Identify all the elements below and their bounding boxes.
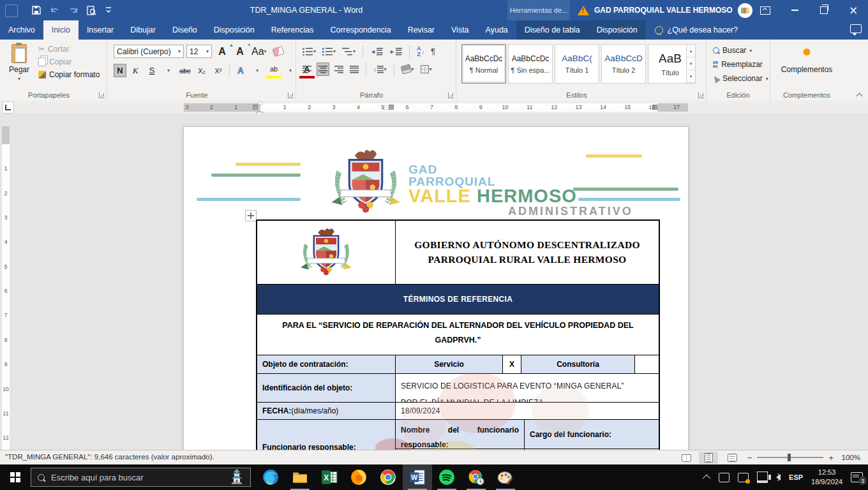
dialog-launcher-icon[interactable] xyxy=(698,93,704,98)
change-case-button[interactable]: Aa▾ xyxy=(250,45,268,58)
tell-me-box[interactable]: ¿Qué desea hacer? xyxy=(646,20,747,40)
text-effects-chevron[interactable]: ▾ xyxy=(250,64,265,77)
addins-button[interactable]: Complementos xyxy=(770,65,843,74)
redo-icon[interactable] xyxy=(69,6,78,15)
taskbar-app-chrome[interactable] xyxy=(373,464,403,490)
numbering-button[interactable]: ▾ xyxy=(321,45,337,58)
tab-diseno[interactable]: Diseño xyxy=(164,20,206,40)
tab-insertar[interactable]: Insertar xyxy=(79,20,122,40)
taskbar-app-chrome-profile[interactable] xyxy=(461,464,491,490)
tab-dibujar[interactable]: Dibujar xyxy=(122,20,164,40)
clear-format-button[interactable] xyxy=(271,45,286,58)
taskbar-app-firefox[interactable] xyxy=(344,464,373,490)
taskbar-app-word[interactable]: W xyxy=(403,464,432,490)
bullets-button[interactable]: ▾ xyxy=(301,45,317,58)
volume-icon[interactable] xyxy=(776,474,781,480)
text-effects-button[interactable]: A xyxy=(233,64,248,77)
first-line-indent-marker[interactable] xyxy=(258,102,264,108)
align-right-button[interactable] xyxy=(333,63,345,76)
tab-selector[interactable] xyxy=(2,101,14,114)
document-alert[interactable]: GAD PARROQUIAL VALLE HERMOSO xyxy=(578,0,752,20)
collapse-ribbon-icon[interactable] xyxy=(857,93,863,97)
tab-inicio[interactable]: Inicio xyxy=(43,20,79,40)
tdr-table[interactable]: GOBIERNO AUTÓNOMO DESCENTRALIZADOPARROQU… xyxy=(256,219,660,450)
start-button[interactable] xyxy=(0,464,31,490)
tab-ayuda[interactable]: Ayuda xyxy=(477,20,516,40)
minimize-button[interactable] xyxy=(780,0,809,20)
show-marks-button[interactable]: ¶ xyxy=(430,45,437,58)
ribbon-display-options-button[interactable] xyxy=(751,0,780,20)
taskbar-app-explorer[interactable] xyxy=(285,464,315,490)
zoom-in-button[interactable]: + xyxy=(828,453,834,463)
superscript-button[interactable]: X² xyxy=(211,64,226,77)
borders-button[interactable]: ▾ xyxy=(419,63,433,76)
taskbar-search[interactable]: Escribe aquí para buscar xyxy=(31,468,251,487)
table-move-handle[interactable] xyxy=(245,210,257,221)
styles-gallery-scroll[interactable]: ▴▾▾ xyxy=(686,44,696,84)
align-left-button[interactable] xyxy=(301,63,313,76)
format-painter-button[interactable]: Copiar formato xyxy=(38,70,100,79)
dialog-launcher-icon[interactable] xyxy=(99,93,105,98)
h-ruler[interactable]: 3211234567891011121314151617 xyxy=(184,103,688,112)
restore-button[interactable] xyxy=(809,0,839,20)
tab-archivo[interactable]: Archivo xyxy=(0,20,43,40)
multilevel-list-button[interactable]: ▾ xyxy=(341,45,357,58)
tab-disposicion[interactable]: Disposición xyxy=(206,20,263,40)
dialog-launcher-icon[interactable] xyxy=(448,93,454,98)
subscript-button[interactable]: X₂ xyxy=(194,64,209,77)
zoom-slider-thumb[interactable] xyxy=(788,454,791,461)
print-preview-icon[interactable] xyxy=(87,6,96,15)
style-sin-espaciado[interactable]: AaBbCcDc¶ Sin espa... xyxy=(508,44,553,84)
v-ruler[interactable]: 123456789101112 xyxy=(2,126,10,450)
dialog-launcher-icon[interactable] xyxy=(288,93,294,98)
tab-correspondencia[interactable]: Correspondencia xyxy=(322,20,399,40)
taskbar-app-spotify[interactable] xyxy=(432,464,461,490)
taskbar-app-edge[interactable] xyxy=(256,464,285,490)
grow-font-button[interactable]: A▲ xyxy=(214,45,230,58)
copy-button[interactable]: Copiar xyxy=(38,57,100,66)
customize-qat-icon[interactable] xyxy=(105,6,112,14)
shrink-font-button[interactable]: A▼ xyxy=(232,45,248,58)
action-center-icon[interactable]: 3 xyxy=(851,472,863,482)
read-mode-button[interactable] xyxy=(677,452,696,464)
undo-icon[interactable] xyxy=(50,6,60,15)
tab-diseno-de-tabla[interactable]: Diseño de tabla xyxy=(516,20,588,40)
taskbar-app-excel[interactable]: X xyxy=(315,464,344,490)
tab-revisar[interactable]: Revisar xyxy=(400,20,443,40)
language-indicator[interactable]: ESP xyxy=(789,473,803,481)
zoom-percentage[interactable]: 100% xyxy=(839,454,860,461)
cut-button[interactable]: ✂Cortar xyxy=(38,45,100,54)
decrease-indent-button[interactable]: ◄ xyxy=(369,45,384,58)
strikethrough-button[interactable]: abc xyxy=(177,64,193,77)
save-icon[interactable] xyxy=(32,6,41,15)
comments-icon[interactable] xyxy=(850,24,862,33)
char-count-status[interactable]: "TDR_MINGA GENERAL": 9,646 caracteres (v… xyxy=(5,453,214,461)
taskbar-app-paint[interactable] xyxy=(491,464,520,490)
zoom-slider[interactable] xyxy=(757,457,823,458)
bold-button[interactable]: N xyxy=(114,64,126,77)
zoom-out-button[interactable]: − xyxy=(747,453,752,463)
sort-button[interactable]: AZ↓ xyxy=(415,45,426,58)
close-button[interactable]: × xyxy=(839,0,868,20)
underline-chevron[interactable]: ▾ xyxy=(161,64,176,77)
find-button[interactable]: Buscar▾ xyxy=(713,46,768,55)
increase-indent-button[interactable]: ► xyxy=(388,45,403,58)
paste-button[interactable]: Pegar ▾ xyxy=(5,44,33,87)
document-page[interactable]: GAD PARROQUIAL VALLE HERMOSO ADMINISTRAT… xyxy=(183,126,689,450)
tab-referencias[interactable]: Referencias xyxy=(263,20,322,40)
highlight-button[interactable]: ab xyxy=(266,63,281,78)
clock[interactable]: 12:5318/9/2024 xyxy=(811,468,842,487)
select-button[interactable]: Seleccionar▾ xyxy=(713,74,768,83)
justify-button[interactable] xyxy=(348,63,360,76)
document-area[interactable]: 123456789101112 GAD PARROQUIAL VALLE HER… xyxy=(0,114,868,450)
shading-button[interactable]: ▾ xyxy=(400,63,415,76)
tray-expand-icon[interactable] xyxy=(703,474,711,482)
web-layout-button[interactable] xyxy=(722,452,742,464)
style-titulo-2[interactable]: AaBbCcDTítulo 2 xyxy=(601,44,646,84)
style-normal[interactable]: AaBbCcDc¶ Normal xyxy=(461,44,506,84)
italic-button[interactable]: K xyxy=(128,64,143,77)
table-column-marker[interactable] xyxy=(253,105,258,110)
replace-button[interactable]: abacReemplazar xyxy=(713,60,768,69)
sync-status-icon[interactable] xyxy=(738,473,749,482)
network-icon[interactable] xyxy=(757,471,768,483)
